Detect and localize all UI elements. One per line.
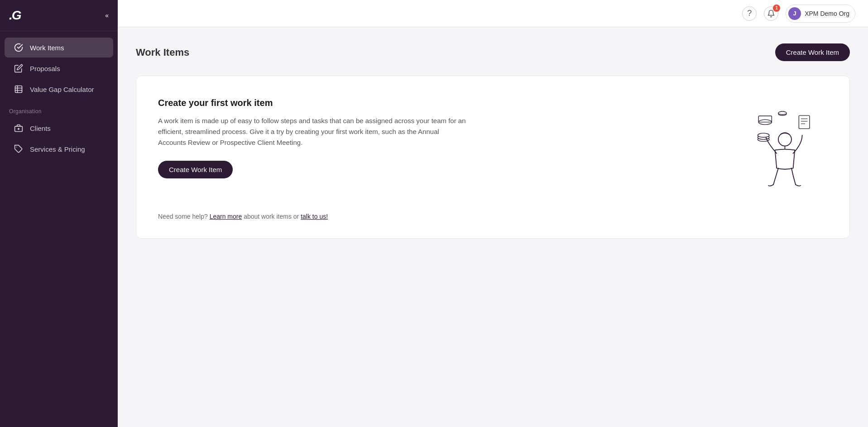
topbar: ? 1 J XPM Demo Org bbox=[118, 0, 868, 27]
sidebar-item-clients[interactable]: Clients bbox=[5, 118, 113, 138]
learn-more-link[interactable]: Learn more bbox=[210, 213, 242, 220]
sidebar-nav: Work Items Proposals Value bbox=[0, 31, 118, 427]
sidebar-item-label: Proposals bbox=[30, 65, 60, 72]
main-content: ? 1 J XPM Demo Org Work Items Create Wor… bbox=[118, 0, 868, 427]
sidebar-item-proposals[interactable]: Proposals bbox=[5, 58, 113, 78]
org-name: XPM Demo Org bbox=[805, 10, 849, 17]
sidebar: .G « Work Items Proposals bbox=[0, 0, 118, 427]
page-content: Work Items Create Work Item Create your … bbox=[118, 27, 868, 427]
edit-icon bbox=[14, 63, 24, 73]
svg-rect-12 bbox=[799, 115, 810, 129]
sidebar-header: .G « bbox=[0, 0, 118, 31]
briefcase-icon bbox=[14, 123, 24, 133]
svg-point-11 bbox=[778, 111, 786, 115]
empty-state-description: A work item is made up of easy to follow… bbox=[158, 115, 466, 148]
org-selector-button[interactable]: J XPM Demo Org bbox=[786, 5, 855, 23]
app-logo: .G bbox=[9, 8, 21, 23]
create-work-item-header-button[interactable]: Create Work Item bbox=[775, 43, 850, 61]
notification-badge: 1 bbox=[773, 5, 780, 12]
svg-rect-9 bbox=[758, 116, 772, 122]
svg-point-19 bbox=[778, 133, 791, 146]
page-title: Work Items bbox=[136, 47, 189, 58]
help-button[interactable]: ? bbox=[742, 6, 757, 21]
collapse-sidebar-button[interactable]: « bbox=[105, 12, 109, 19]
check-circle-icon bbox=[14, 43, 24, 53]
create-work-item-cta-button[interactable]: Create Work Item bbox=[158, 161, 233, 178]
sidebar-item-services-pricing[interactable]: Services & Pricing bbox=[5, 139, 113, 159]
sidebar-item-label: Work Items bbox=[30, 44, 64, 52]
empty-state-card: Create your first work item A work item … bbox=[136, 76, 850, 239]
help-prefix-text: Need some help? bbox=[158, 213, 208, 220]
user-avatar: J bbox=[788, 7, 801, 20]
empty-state-footer: Need some help? Learn more about work it… bbox=[158, 202, 828, 220]
page-header: Work Items Create Work Item bbox=[136, 43, 850, 61]
empty-state-body: Create your first work item A work item … bbox=[158, 98, 828, 197]
notification-button[interactable]: 1 bbox=[764, 6, 778, 21]
empty-state-text-block: Create your first work item A work item … bbox=[158, 98, 466, 178]
sidebar-item-label: Clients bbox=[30, 125, 51, 132]
tag-icon bbox=[14, 144, 24, 154]
org-section-label: Organisation bbox=[0, 100, 118, 117]
empty-state-illustration bbox=[737, 98, 828, 197]
sidebar-item-value-gap[interactable]: Value Gap Calculator bbox=[5, 79, 113, 99]
svg-point-18 bbox=[758, 133, 769, 137]
empty-state-title: Create your first work item bbox=[158, 98, 466, 108]
svg-rect-0 bbox=[15, 86, 22, 93]
sidebar-item-label: Services & Pricing bbox=[30, 145, 85, 153]
table-icon bbox=[14, 84, 24, 94]
talk-to-us-link[interactable]: talk to us! bbox=[301, 213, 328, 220]
sidebar-item-work-items[interactable]: Work Items bbox=[5, 38, 113, 58]
juggling-illustration bbox=[742, 102, 823, 193]
question-icon: ? bbox=[747, 9, 752, 18]
sidebar-item-label: Value Gap Calculator bbox=[30, 86, 94, 93]
